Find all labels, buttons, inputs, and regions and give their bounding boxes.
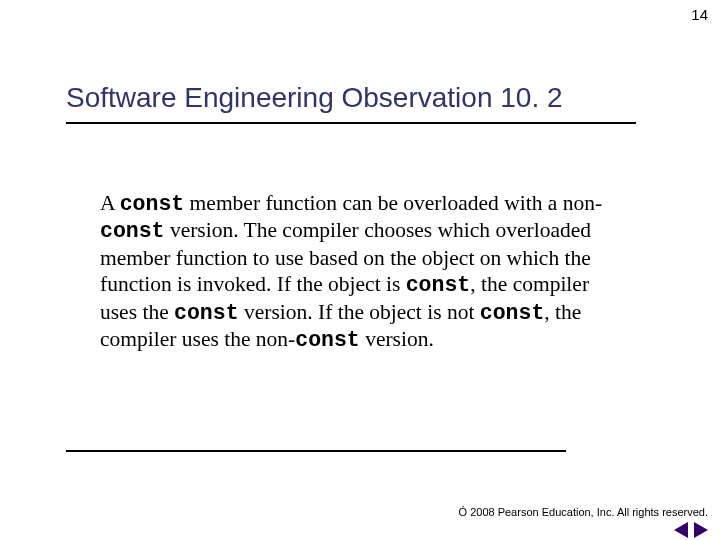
body-seg: member function can be overloaded with a… bbox=[190, 191, 603, 215]
copyright-symbol: Ó bbox=[459, 506, 468, 518]
prev-slide-button[interactable] bbox=[674, 522, 688, 538]
bottom-rule bbox=[66, 450, 566, 452]
const-keyword: const bbox=[100, 219, 165, 243]
const-keyword: const bbox=[406, 273, 471, 297]
const-keyword: const bbox=[480, 301, 545, 325]
slide: 14 Software Engineering Observation 10. … bbox=[0, 0, 720, 540]
const-keyword: const bbox=[295, 328, 360, 352]
body-text: A const member function can be overloade… bbox=[100, 190, 628, 354]
title-rule bbox=[66, 122, 636, 124]
const-keyword: const bbox=[174, 301, 239, 325]
next-slide-button[interactable] bbox=[694, 522, 708, 538]
page-number: 14 bbox=[691, 6, 708, 23]
body-seg: A bbox=[100, 191, 120, 215]
body-seg: version. bbox=[365, 327, 434, 351]
copyright-text: 2008 Pearson Education, Inc. All rights … bbox=[470, 506, 708, 518]
slide-nav bbox=[674, 522, 708, 538]
body-seg: version. If the object is not bbox=[244, 300, 480, 324]
const-keyword: const bbox=[120, 192, 185, 216]
copyright: Ó 2008 Pearson Education, Inc. All right… bbox=[459, 506, 708, 518]
slide-title: Software Engineering Observation 10. 2 bbox=[66, 82, 563, 114]
